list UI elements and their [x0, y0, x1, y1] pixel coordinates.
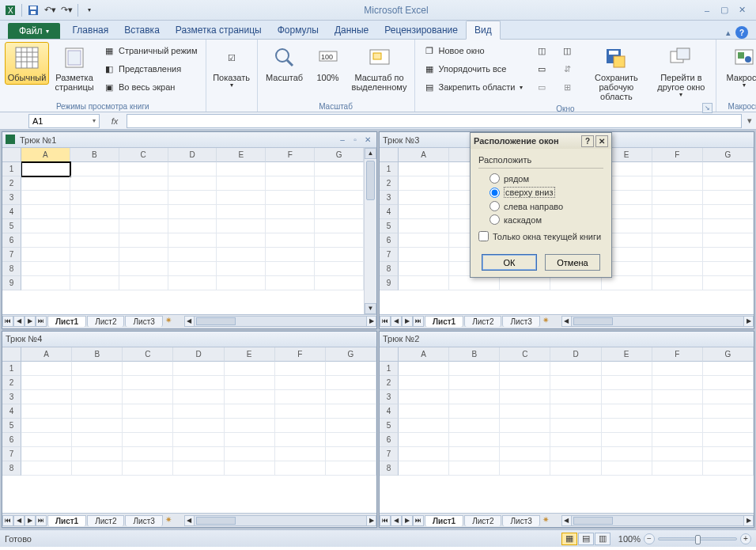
cell[interactable] — [168, 162, 217, 176]
cell[interactable] — [652, 205, 703, 219]
restore-icon[interactable]: ▢ — [718, 4, 731, 17]
save-icon[interactable] — [26, 3, 40, 17]
cell[interactable] — [21, 248, 70, 262]
cell[interactable] — [550, 419, 601, 433]
cell[interactable] — [652, 176, 703, 191]
cell[interactable] — [449, 433, 500, 447]
cell[interactable] — [399, 419, 449, 433]
cell[interactable] — [72, 362, 123, 376]
cell[interactable] — [550, 276, 601, 290]
row-header[interactable]: 8 — [2, 461, 21, 476]
cell[interactable] — [399, 404, 449, 419]
cell[interactable] — [399, 390, 449, 404]
cell[interactable] — [500, 419, 550, 433]
zoom-in-icon[interactable]: + — [740, 533, 751, 544]
cell[interactable] — [72, 404, 123, 419]
cell[interactable] — [602, 376, 652, 390]
row-header[interactable]: 1 — [2, 362, 21, 376]
cell[interactable] — [703, 248, 754, 262]
cell[interactable] — [173, 447, 224, 461]
cell[interactable] — [225, 433, 275, 447]
cell[interactable] — [315, 248, 364, 262]
sheet-tab[interactable]: Лист2 — [464, 515, 501, 526]
cell[interactable] — [168, 191, 217, 205]
row-header[interactable]: 3 — [2, 390, 21, 404]
cell[interactable] — [123, 404, 173, 419]
row-header[interactable]: 8 — [380, 262, 399, 276]
cell[interactable] — [70, 205, 119, 219]
cell[interactable] — [266, 191, 315, 205]
tab-page-layout[interactable]: Разметка страницы — [168, 21, 270, 39]
cell[interactable] — [21, 162, 70, 176]
cell[interactable] — [275, 390, 326, 404]
sheet-nav-next-icon[interactable]: ▶ — [25, 316, 36, 327]
cell[interactable] — [119, 262, 168, 276]
restore-icon[interactable]: ▫ — [350, 135, 361, 146]
sync-scroll-button[interactable]: ⇵ — [558, 60, 576, 78]
row-header[interactable]: 3 — [380, 390, 399, 404]
cell[interactable] — [652, 433, 703, 447]
sheet-tab[interactable]: Лист2 — [464, 316, 501, 327]
sheet-nav-next-icon[interactable]: ▶ — [402, 316, 413, 327]
cell[interactable] — [173, 404, 224, 419]
cell[interactable] — [550, 404, 601, 419]
cell[interactable] — [173, 362, 224, 376]
cell[interactable] — [315, 276, 364, 290]
freeze-panes-button[interactable]: ▤Закрепить области▾ — [420, 78, 527, 96]
cell[interactable] — [652, 162, 703, 176]
cell[interactable] — [703, 205, 754, 219]
cell[interactable] — [703, 376, 754, 390]
name-box-dropdown-icon[interactable]: ▾ — [93, 117, 96, 124]
cell[interactable] — [275, 404, 326, 419]
row-header[interactable]: 6 — [380, 433, 399, 447]
cell[interactable] — [550, 376, 601, 390]
column-header[interactable]: G — [326, 347, 376, 362]
fx-icon[interactable]: fx — [108, 114, 122, 128]
cell[interactable] — [500, 376, 550, 390]
column-header[interactable]: G — [703, 148, 754, 162]
scrollbar-thumb[interactable] — [196, 317, 236, 325]
column-header[interactable]: F — [275, 347, 326, 362]
reset-position-button[interactable]: ⊞ — [558, 78, 576, 96]
cell[interactable] — [119, 191, 168, 205]
hide-button[interactable]: ▭ — [532, 60, 551, 78]
row-header[interactable]: 7 — [380, 447, 399, 461]
row-header[interactable]: 4 — [380, 205, 399, 219]
tab-insert[interactable]: Вставка — [116, 21, 168, 39]
cell[interactable] — [21, 191, 70, 205]
cell[interactable] — [217, 176, 266, 191]
cell[interactable] — [119, 176, 168, 191]
page-layout-button[interactable]: Разметка страницы — [52, 42, 96, 94]
sheet-tab[interactable]: Лист3 — [125, 316, 162, 327]
cell[interactable] — [21, 404, 72, 419]
cell[interactable] — [500, 404, 550, 419]
cell[interactable] — [275, 461, 326, 476]
checkbox-input[interactable] — [478, 231, 489, 241]
switch-windows-button[interactable]: Перейти в другое окно▾ — [651, 42, 711, 101]
spreadsheet-grid[interactable]: 1 2 3 4 5 6 7 8 9 A B C D E — [2, 148, 376, 314]
scrollbar-thumb[interactable] — [366, 161, 375, 200]
cell[interactable] — [449, 276, 500, 290]
page-break-view-icon[interactable]: ▥ — [595, 533, 610, 545]
show-button[interactable]: ☑ Показать ▾ — [211, 42, 252, 92]
cell[interactable] — [399, 205, 449, 219]
normal-view-icon[interactable]: ▦ — [561, 533, 577, 545]
cell[interactable] — [602, 362, 652, 376]
cell[interactable] — [119, 233, 168, 248]
cell[interactable] — [72, 419, 123, 433]
cell[interactable] — [703, 162, 754, 176]
cell[interactable] — [326, 376, 376, 390]
cell[interactable] — [500, 461, 550, 476]
cell[interactable] — [119, 219, 168, 233]
cell[interactable] — [168, 276, 217, 290]
cell[interactable] — [399, 362, 449, 376]
row-header[interactable]: 6 — [380, 233, 399, 248]
new-sheet-icon[interactable]: ✷ — [542, 515, 557, 526]
radio-horizontal[interactable]: сверху вниз — [478, 185, 603, 199]
spreadsheet-grid[interactable]: 12345678 ABCDEFG — [380, 347, 754, 514]
cell[interactable] — [266, 233, 315, 248]
cell[interactable] — [550, 461, 601, 476]
cell[interactable] — [703, 362, 754, 376]
cell[interactable] — [326, 461, 376, 476]
row-header[interactable]: 9 — [380, 276, 399, 290]
